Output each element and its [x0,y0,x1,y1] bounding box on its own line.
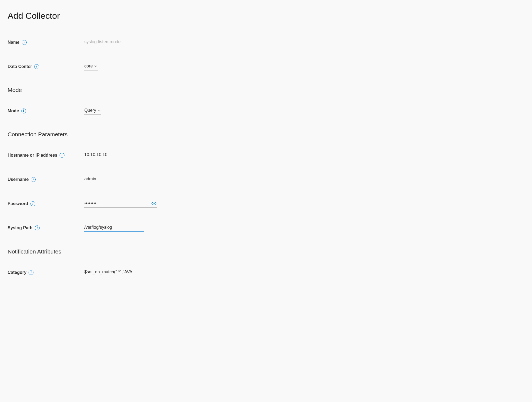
info-icon[interactable]: i [34,64,39,69]
mode-select[interactable]: Query [84,107,101,115]
password-row: Password i [8,200,524,208]
page-title: Add Collector [8,11,524,21]
info-icon[interactable]: i [31,177,36,182]
connection-section-heading: Connection Parameters [8,131,524,138]
category-label: Category [8,270,26,275]
info-icon[interactable]: i [30,201,35,206]
chevron-down-icon [98,109,101,112]
hostname-label: Hostname or IP address [8,153,57,158]
category-row: Category i [8,268,524,276]
category-input[interactable] [84,268,144,276]
info-icon[interactable]: i [21,109,26,113]
eye-icon[interactable] [151,201,157,206]
name-input[interactable] [84,38,144,46]
chevron-down-icon [94,65,97,67]
notification-section-heading: Notification Attributes [8,248,524,255]
svg-point-0 [153,203,155,204]
info-icon[interactable]: i [22,40,27,45]
info-icon[interactable]: i [35,225,40,230]
password-label: Password [8,201,28,206]
data-center-row: Data Center i core [8,63,524,70]
username-input[interactable] [84,175,144,183]
hostname-row: Hostname or IP address i [8,151,524,159]
info-icon[interactable]: i [60,153,64,158]
username-row: Username i [8,175,524,183]
syslog-path-row: Syslog Path i [8,224,524,232]
mode-section-heading: Mode [8,87,524,93]
info-icon[interactable]: i [29,270,33,275]
name-label: Name [8,40,20,45]
password-input[interactable] [84,200,157,208]
username-label: Username [8,177,29,182]
hostname-input[interactable] [84,151,144,159]
mode-value: Query [84,108,96,113]
data-center-value: core [84,64,93,69]
name-row: Name i [8,38,524,46]
syslog-path-label: Syslog Path [8,225,33,230]
mode-row: Mode i Query [8,107,524,115]
data-center-label: Data Center [8,64,32,69]
syslog-path-input[interactable] [84,224,144,232]
mode-label: Mode [8,109,19,113]
data-center-select[interactable]: core [84,63,98,70]
